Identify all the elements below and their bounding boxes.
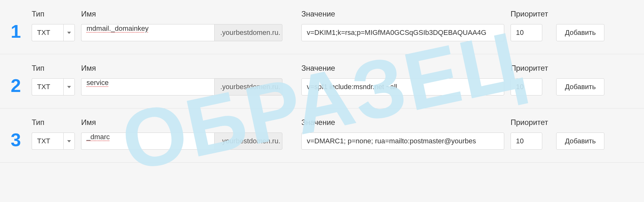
row-number: 3: [0, 131, 32, 150]
type-field: Тип: [32, 118, 75, 150]
value-input[interactable]: [301, 133, 504, 150]
name-input[interactable]: mdmail._domainkey: [81, 24, 214, 41]
value-input[interactable]: [301, 78, 504, 95]
chevron-down-icon: [67, 140, 71, 142]
name-field: Имя _dmarc .yourbestdomen.ru.: [81, 118, 282, 150]
name-field: Имя service .yourbestdomen.ru.: [81, 64, 282, 95]
row-number: 2: [0, 76, 32, 95]
type-label: Тип: [32, 118, 75, 127]
priority-label: Приоритет: [511, 64, 548, 73]
type-dropdown-button[interactable]: [63, 133, 75, 150]
priority-input[interactable]: [511, 24, 542, 41]
dns-record-row: 2 Тип Имя service .yourbestdomen.ru. Зна…: [0, 54, 644, 108]
name-input[interactable]: service: [81, 78, 214, 95]
type-input[interactable]: [32, 133, 63, 150]
add-button[interactable]: Добавить: [556, 133, 604, 150]
type-field: Тип: [32, 10, 75, 41]
name-label: Имя: [81, 10, 282, 18]
domain-suffix: .yourbestdomen.ru.: [214, 78, 282, 95]
value-label: Значение: [301, 10, 504, 18]
type-field: Тип: [32, 64, 75, 95]
name-field: Имя mdmail._domainkey .yourbestdomen.ru.: [81, 10, 282, 41]
type-dropdown-button[interactable]: [63, 24, 75, 41]
value-label: Значение: [301, 64, 504, 73]
type-label: Тип: [32, 10, 75, 18]
name-label: Имя: [81, 64, 282, 73]
priority-label: Приоритет: [511, 118, 548, 127]
value-field: Значение: [301, 118, 504, 150]
row-number: 1: [0, 22, 32, 41]
value-field: Значение: [301, 10, 504, 41]
chevron-down-icon: [67, 86, 71, 88]
name-input[interactable]: _dmarc: [81, 133, 214, 150]
priority-field: Приоритет: [511, 118, 548, 150]
value-input[interactable]: [301, 24, 504, 41]
add-button[interactable]: Добавить: [556, 78, 604, 95]
domain-suffix: .yourbestdomen.ru.: [214, 133, 282, 150]
priority-input[interactable]: [511, 78, 542, 95]
name-input-text: mdmail._domainkey: [87, 24, 149, 32]
priority-field: Приоритет: [511, 64, 548, 95]
name-input-text: _dmarc: [87, 133, 110, 141]
dns-record-row: 3 Тип Имя _dmarc .yourbestdomen.ru. Знач…: [0, 108, 644, 163]
name-input-text: service: [87, 79, 109, 87]
add-button[interactable]: Добавить: [556, 24, 604, 41]
type-input[interactable]: [32, 24, 63, 41]
value-field: Значение: [301, 64, 504, 95]
type-input[interactable]: [32, 78, 63, 95]
priority-field: Приоритет: [511, 10, 548, 41]
domain-suffix: .yourbestdomen.ru.: [214, 24, 282, 41]
name-label: Имя: [81, 118, 282, 127]
chevron-down-icon: [67, 32, 71, 34]
type-dropdown-button[interactable]: [63, 78, 75, 95]
dns-records-list: 1 Тип Имя mdmail._domainkey .yourbestdom…: [0, 0, 644, 163]
type-label: Тип: [32, 64, 75, 73]
priority-input[interactable]: [511, 133, 542, 150]
dns-record-row: 1 Тип Имя mdmail._domainkey .yourbestdom…: [0, 0, 644, 54]
priority-label: Приоритет: [511, 10, 548, 18]
value-label: Значение: [301, 118, 504, 127]
